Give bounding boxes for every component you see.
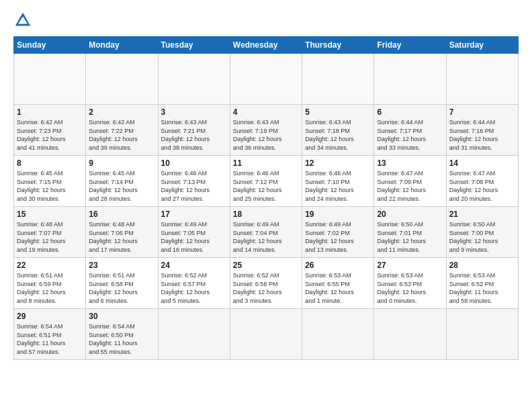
- day-info: Sunrise: 6:42 AM Sunset: 7:22 PM Dayligh…: [89, 118, 154, 152]
- day-cell: [302, 309, 374, 360]
- day-number: 25: [233, 261, 299, 270]
- day-cell: 11Sunrise: 6:46 AM Sunset: 7:12 PM Dayli…: [230, 156, 302, 207]
- week-row-0: [14, 54, 519, 105]
- day-number: 2: [89, 107, 154, 117]
- day-number: 5: [305, 107, 371, 117]
- day-info: Sunrise: 6:45 AM Sunset: 7:15 PM Dayligh…: [17, 169, 83, 203]
- day-cell: 24Sunrise: 6:52 AM Sunset: 6:57 PM Dayli…: [158, 258, 230, 309]
- day-cell: [86, 54, 158, 105]
- day-info: Sunrise: 6:50 AM Sunset: 7:01 PM Dayligh…: [377, 220, 443, 254]
- day-cell: 7Sunrise: 6:44 AM Sunset: 7:16 PM Daylig…: [446, 105, 518, 156]
- col-header-friday: Friday: [374, 37, 446, 54]
- day-cell: 15Sunrise: 6:48 AM Sunset: 7:07 PM Dayli…: [14, 207, 86, 258]
- day-cell: 2Sunrise: 6:42 AM Sunset: 7:22 PM Daylig…: [86, 105, 158, 156]
- day-number: 10: [161, 158, 227, 168]
- day-number: 3: [161, 107, 227, 117]
- col-header-saturday: Saturday: [446, 37, 518, 54]
- day-cell: [230, 54, 302, 105]
- day-info: Sunrise: 6:47 AM Sunset: 7:09 PM Dayligh…: [377, 169, 443, 203]
- logo-icon: [13, 11, 32, 30]
- day-number: 12: [305, 158, 371, 168]
- day-number: 28: [449, 261, 515, 270]
- day-number: 23: [89, 261, 154, 270]
- day-number: 19: [305, 210, 371, 219]
- col-header-wednesday: Wednesday: [230, 37, 302, 54]
- day-cell: [302, 54, 374, 105]
- day-cell: 19Sunrise: 6:49 AM Sunset: 7:02 PM Dayli…: [302, 207, 374, 258]
- day-number: 30: [89, 312, 154, 321]
- day-info: Sunrise: 6:54 AM Sunset: 6:51 PM Dayligh…: [17, 322, 83, 356]
- day-info: Sunrise: 6:46 AM Sunset: 7:12 PM Dayligh…: [233, 169, 299, 203]
- day-cell: [158, 309, 230, 360]
- day-cell: 20Sunrise: 6:50 AM Sunset: 7:01 PM Dayli…: [374, 207, 446, 258]
- day-info: Sunrise: 6:44 AM Sunset: 7:17 PM Dayligh…: [377, 118, 443, 152]
- day-cell: [446, 309, 518, 360]
- day-number: 14: [449, 158, 515, 168]
- day-cell: 14Sunrise: 6:47 AM Sunset: 7:08 PM Dayli…: [446, 156, 518, 207]
- day-cell: [374, 309, 446, 360]
- day-number: 15: [17, 210, 83, 219]
- day-info: Sunrise: 6:50 AM Sunset: 7:00 PM Dayligh…: [449, 220, 515, 254]
- day-number: 1: [17, 107, 83, 117]
- day-info: Sunrise: 6:44 AM Sunset: 7:16 PM Dayligh…: [449, 118, 515, 152]
- day-info: Sunrise: 6:51 AM Sunset: 6:58 PM Dayligh…: [89, 271, 154, 305]
- day-cell: 25Sunrise: 6:52 AM Sunset: 6:56 PM Dayli…: [230, 258, 302, 309]
- day-number: 8: [17, 158, 83, 168]
- day-number: 4: [233, 107, 299, 117]
- day-cell: 9Sunrise: 6:45 AM Sunset: 7:14 PM Daylig…: [86, 156, 158, 207]
- day-info: Sunrise: 6:51 AM Sunset: 6:59 PM Dayligh…: [17, 271, 83, 305]
- day-cell: 26Sunrise: 6:53 AM Sunset: 6:55 PM Dayli…: [302, 258, 374, 309]
- day-info: Sunrise: 6:53 AM Sunset: 6:52 PM Dayligh…: [449, 271, 515, 305]
- day-info: Sunrise: 6:49 AM Sunset: 7:02 PM Dayligh…: [305, 220, 371, 254]
- day-cell: 10Sunrise: 6:46 AM Sunset: 7:13 PM Dayli…: [158, 156, 230, 207]
- header: [13, 11, 519, 30]
- day-info: Sunrise: 6:48 AM Sunset: 7:07 PM Dayligh…: [17, 220, 83, 254]
- col-header-thursday: Thursday: [302, 37, 374, 54]
- day-number: 11: [233, 158, 299, 168]
- col-header-sunday: Sunday: [14, 37, 86, 54]
- day-cell: [446, 54, 518, 105]
- day-cell: 22Sunrise: 6:51 AM Sunset: 6:59 PM Dayli…: [14, 258, 86, 309]
- day-number: 24: [161, 261, 227, 270]
- page: SundayMondayTuesdayWednesdayThursdayFrid…: [0, 0, 532, 411]
- day-cell: 13Sunrise: 6:47 AM Sunset: 7:09 PM Dayli…: [374, 156, 446, 207]
- day-number: 29: [17, 312, 83, 321]
- day-info: Sunrise: 6:43 AM Sunset: 7:18 PM Dayligh…: [305, 118, 371, 152]
- day-cell: 17Sunrise: 6:49 AM Sunset: 7:05 PM Dayli…: [158, 207, 230, 258]
- day-cell: 12Sunrise: 6:46 AM Sunset: 7:10 PM Dayli…: [302, 156, 374, 207]
- day-number: 22: [17, 261, 83, 270]
- day-number: 16: [89, 210, 154, 219]
- week-row-5: 29Sunrise: 6:54 AM Sunset: 6:51 PM Dayli…: [14, 309, 519, 360]
- day-cell: 29Sunrise: 6:54 AM Sunset: 6:51 PM Dayli…: [14, 309, 86, 360]
- day-cell: 4Sunrise: 6:43 AM Sunset: 7:19 PM Daylig…: [230, 105, 302, 156]
- day-cell: 30Sunrise: 6:54 AM Sunset: 6:50 PM Dayli…: [86, 309, 158, 360]
- day-info: Sunrise: 6:47 AM Sunset: 7:08 PM Dayligh…: [449, 169, 515, 203]
- day-cell: 21Sunrise: 6:50 AM Sunset: 7:00 PM Dayli…: [446, 207, 518, 258]
- day-number: 7: [449, 107, 515, 117]
- day-number: 21: [449, 210, 515, 219]
- calendar-table: SundayMondayTuesdayWednesdayThursdayFrid…: [13, 36, 519, 360]
- week-row-2: 8Sunrise: 6:45 AM Sunset: 7:15 PM Daylig…: [14, 156, 519, 207]
- logo: [13, 11, 35, 30]
- day-info: Sunrise: 6:43 AM Sunset: 7:19 PM Dayligh…: [233, 118, 299, 152]
- day-info: Sunrise: 6:52 AM Sunset: 6:57 PM Dayligh…: [161, 271, 227, 305]
- day-info: Sunrise: 6:48 AM Sunset: 7:06 PM Dayligh…: [89, 220, 154, 254]
- week-row-1: 1Sunrise: 6:42 AM Sunset: 7:23 PM Daylig…: [14, 105, 519, 156]
- day-cell: 6Sunrise: 6:44 AM Sunset: 7:17 PM Daylig…: [374, 105, 446, 156]
- day-info: Sunrise: 6:53 AM Sunset: 6:55 PM Dayligh…: [305, 271, 371, 305]
- day-cell: 8Sunrise: 6:45 AM Sunset: 7:15 PM Daylig…: [14, 156, 86, 207]
- day-info: Sunrise: 6:42 AM Sunset: 7:23 PM Dayligh…: [17, 118, 83, 152]
- day-number: 6: [377, 107, 443, 117]
- week-row-4: 22Sunrise: 6:51 AM Sunset: 6:59 PM Dayli…: [14, 258, 519, 309]
- header-row: SundayMondayTuesdayWednesdayThursdayFrid…: [14, 37, 519, 54]
- day-cell: 23Sunrise: 6:51 AM Sunset: 6:58 PM Dayli…: [86, 258, 158, 309]
- col-header-tuesday: Tuesday: [158, 37, 230, 54]
- day-info: Sunrise: 6:49 AM Sunset: 7:04 PM Dayligh…: [233, 220, 299, 254]
- day-info: Sunrise: 6:54 AM Sunset: 6:50 PM Dayligh…: [89, 322, 154, 356]
- day-number: 9: [89, 158, 154, 168]
- day-number: 13: [377, 158, 443, 168]
- day-info: Sunrise: 6:43 AM Sunset: 7:21 PM Dayligh…: [161, 118, 227, 152]
- day-cell: [230, 309, 302, 360]
- day-number: 27: [377, 261, 443, 270]
- col-header-monday: Monday: [86, 37, 158, 54]
